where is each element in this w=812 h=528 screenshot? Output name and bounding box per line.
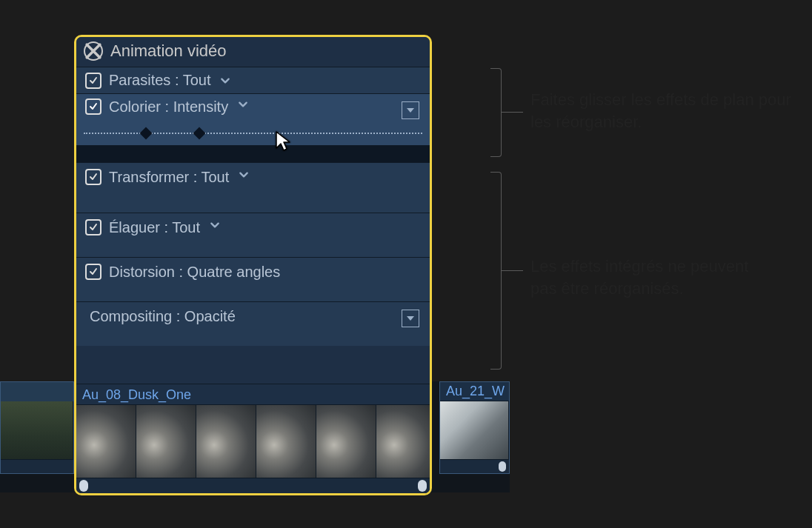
thumbnail — [196, 405, 256, 478]
checkbox[interactable] — [85, 98, 102, 115]
keyframe-marker[interactable] — [193, 127, 206, 140]
effect-row-transformer[interactable]: Transformer : Tout — [76, 162, 430, 213]
checkbox[interactable] — [85, 169, 102, 185]
keyframe-track[interactable] — [84, 129, 422, 141]
panel-header: Animation vidéo — [76, 37, 430, 67]
chevron-down-icon[interactable] — [219, 75, 231, 87]
clip-strip: Au_08_Dusk_One — [76, 384, 430, 493]
effect-label: Compositing : Opacité — [90, 308, 236, 325]
checkbox[interactable] — [85, 73, 102, 89]
canvas: . Au_21_W Animation vidéo — [0, 0, 812, 528]
timeline-clip-right[interactable]: Au_21_W — [439, 381, 510, 474]
panel-title: Animation vidéo — [110, 41, 227, 61]
clip-title: Au_21_W — [440, 382, 509, 401]
effect-row-colorier[interactable]: Colorier : Intensity — [76, 93, 430, 145]
thumbnail — [76, 405, 136, 478]
row-gap — [76, 145, 430, 162]
effect-row-compositing[interactable]: Compositing : Opacité — [76, 301, 430, 346]
effect-label: Parasites : Tout — [109, 72, 210, 89]
thumbnail — [256, 405, 316, 478]
close-icon[interactable] — [84, 41, 103, 61]
callout-bottom: Les effets intégrés ne peuvent pas être … — [530, 255, 753, 299]
keyframe-marker[interactable] — [140, 127, 153, 140]
scrub-knob-left[interactable] — [79, 480, 88, 492]
effect-label: Élaguer : Tout — [109, 219, 200, 236]
chevron-down-icon[interactable] — [238, 169, 250, 181]
clip-thumbnails — [76, 405, 430, 478]
scrub-knob-right[interactable] — [418, 480, 427, 492]
bracket-lead — [501, 112, 523, 113]
effect-row-elaguer[interactable]: Élaguer : Tout — [76, 213, 430, 257]
callout-bracket-bottom — [490, 172, 502, 370]
checkbox[interactable] — [85, 219, 102, 235]
video-animation-panel: Animation vidéo Parasites : Tout Colorie… — [74, 35, 432, 495]
chevron-down-icon[interactable] — [209, 219, 221, 231]
timeline-clip-left[interactable]: . — [0, 381, 74, 474]
thumbnail — [376, 405, 430, 478]
effect-label: Distorsion : Quatre angles — [109, 264, 280, 281]
effect-row-parasites[interactable]: Parasites : Tout — [76, 67, 430, 93]
scrub-bar[interactable] — [440, 459, 509, 473]
effect-label: Colorier : Intensity — [109, 98, 228, 116]
scrub-bar[interactable] — [1, 459, 73, 473]
thumbnail — [316, 405, 376, 478]
scrub-knob[interactable] — [499, 461, 506, 472]
bracket-lead — [501, 270, 523, 271]
chevron-down-icon[interactable] — [237, 98, 249, 110]
scrub-bar[interactable] — [76, 478, 430, 493]
thumbnail — [136, 405, 196, 478]
callout-top: Faites glisser les effets de plan pour l… — [530, 89, 797, 133]
effect-label: Transformer : Tout — [109, 169, 229, 186]
keyframe-dotted-line — [84, 133, 422, 134]
callout-bracket-top — [490, 68, 502, 157]
clip-title: Au_08_Dusk_One — [76, 384, 430, 405]
disclosure-button[interactable] — [402, 101, 419, 119]
effect-row-distorsion[interactable]: Distorsion : Quatre angles — [76, 257, 430, 301]
disclosure-button[interactable] — [402, 310, 419, 327]
checkbox[interactable] — [85, 264, 102, 280]
